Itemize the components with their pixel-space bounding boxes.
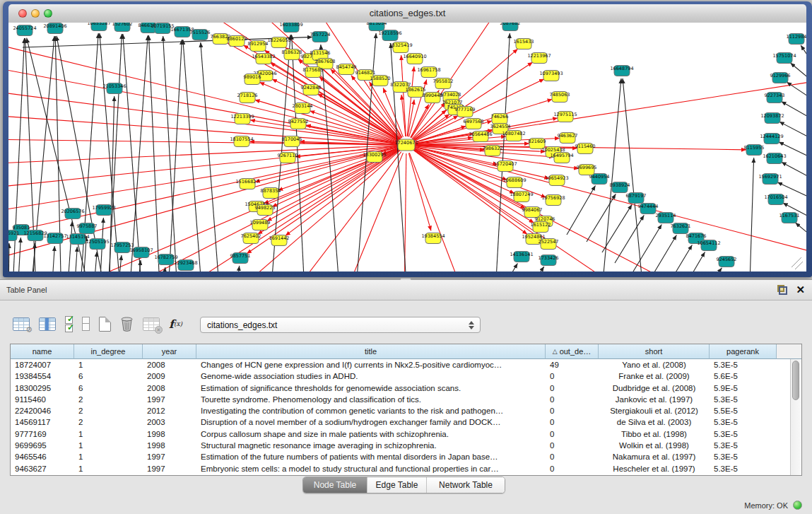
zoom-window-button[interactable] xyxy=(44,9,52,18)
table-row[interactable]: 1872400712008Changes of HCN gene express… xyxy=(11,359,801,370)
black-edge[interactable] xyxy=(749,158,754,271)
red-edge[interactable] xyxy=(414,149,715,271)
node-label: 10973493 xyxy=(539,71,563,76)
black-edge[interactable] xyxy=(795,223,806,238)
node-label: 1588520 xyxy=(370,76,391,81)
cell-pagerank: 5.3E-5 xyxy=(710,440,777,451)
column-header-out_degree[interactable]: △out_de… xyxy=(546,344,599,359)
table-row[interactable]: 1830029562008Estimation of significance … xyxy=(11,382,801,394)
node-label: 12923468 xyxy=(174,260,197,266)
create-column-icon[interactable] xyxy=(99,317,111,332)
black-edge[interactable] xyxy=(32,243,35,271)
black-edge[interactable] xyxy=(623,78,645,271)
delete-table-icon[interactable]: ✕ xyxy=(143,317,160,331)
red-edge[interactable] xyxy=(270,63,399,141)
black-edge[interactable] xyxy=(694,268,722,271)
black-edge[interactable] xyxy=(66,221,72,271)
minimize-window-button[interactable] xyxy=(31,9,40,18)
red-edge[interactable] xyxy=(8,147,398,263)
black-edge[interactable] xyxy=(801,45,806,65)
table-row[interactable]: 2242004622012Investigating the contribut… xyxy=(11,405,801,416)
tab-node-table[interactable]: Node Table xyxy=(303,477,367,493)
red-edge[interactable] xyxy=(408,153,431,231)
table-header-row: namein_degreeyeartitle△out_de…shortpager… xyxy=(11,344,801,359)
black-edge[interactable] xyxy=(73,247,77,271)
tab-network-table[interactable]: Network Table xyxy=(426,477,505,493)
column-header-title[interactable]: title xyxy=(196,344,546,359)
table-scrollbar[interactable] xyxy=(790,359,801,475)
black-edge[interactable] xyxy=(790,63,806,83)
select-columns-icon[interactable] xyxy=(39,317,56,331)
table-row[interactable]: 946554611997Estimation of the future num… xyxy=(11,451,801,462)
show-hide-columns-icon[interactable] xyxy=(65,316,73,332)
table-source-select[interactable]: citations_edges.txt xyxy=(200,317,481,333)
delete-column-icon[interactable] xyxy=(120,317,134,332)
network-window-titlebar[interactable]: citations_edges.txt xyxy=(8,4,806,23)
node-label: 7986322 xyxy=(483,146,503,151)
black-edge[interactable] xyxy=(495,263,517,271)
node-label: 9463627 xyxy=(558,133,578,139)
black-edge[interactable] xyxy=(602,204,632,252)
cell-in_degree: 6 xyxy=(74,382,143,394)
column-header-short[interactable]: short xyxy=(599,344,710,359)
black-edge[interactable] xyxy=(782,162,806,180)
node-label: 2718126 xyxy=(237,93,258,98)
close-panel-icon[interactable]: ✕ xyxy=(796,285,805,295)
float-panel-icon[interactable] xyxy=(777,285,787,295)
black-edge[interactable] xyxy=(677,252,705,271)
table-row[interactable]: 946362711997Embryonic stem cells: a mode… xyxy=(11,463,801,474)
black-edge[interactable] xyxy=(587,194,616,242)
cell-title: Changes of HCN gene expression and I(f) … xyxy=(196,359,546,370)
panel-title: Table Panel xyxy=(6,280,47,300)
black-edge[interactable] xyxy=(201,42,220,271)
table-settings-icon[interactable]: ⚙ xyxy=(13,317,30,331)
node-label: 9120746 xyxy=(535,216,555,222)
black-edge[interactable] xyxy=(136,260,141,271)
red-edge[interactable] xyxy=(284,152,401,271)
cell-title: Structural magnetic resonance image aver… xyxy=(196,440,546,451)
node-label: 2087682 xyxy=(500,23,521,26)
scrollbar-thumb[interactable] xyxy=(792,361,799,400)
node-label: 2522547 xyxy=(539,239,559,245)
node-label: 8427552 xyxy=(288,119,309,124)
black-edge[interactable] xyxy=(8,243,9,271)
select-stepper-icon xyxy=(466,321,480,329)
black-edge[interactable] xyxy=(93,252,97,271)
function-builder-icon[interactable]: f(x) xyxy=(169,317,182,331)
node-label: 12505195 xyxy=(86,239,109,245)
black-edge[interactable] xyxy=(782,101,806,120)
close-window-button[interactable] xyxy=(18,9,27,18)
black-edge[interactable] xyxy=(51,246,54,271)
cell-in_degree: 2 xyxy=(74,394,143,405)
table-row[interactable]: 1456911722003Disruption of a novel membe… xyxy=(11,416,801,428)
network-canvas[interactable]: 2405572420891406106532871527602846616010… xyxy=(8,23,806,271)
column-header-pagerank[interactable]: pagerank xyxy=(710,344,777,359)
cell-in_degree: 1 xyxy=(74,451,143,462)
black-edge[interactable] xyxy=(17,238,20,271)
table-body: 1872400712008Changes of HCN gene express… xyxy=(11,359,801,474)
red-edge[interactable] xyxy=(383,88,403,137)
column-header-year[interactable]: year xyxy=(143,344,196,359)
black-edge[interactable] xyxy=(519,267,544,271)
red-edge[interactable] xyxy=(407,66,414,136)
cell-pagerank: 5.3E-5 xyxy=(710,359,777,370)
column-header-name[interactable]: name xyxy=(11,344,74,359)
node-label: 7485063 xyxy=(550,92,570,98)
column-header-in_degree[interactable]: in_degree xyxy=(74,344,143,359)
table-row[interactable]: 911546021997Tourette syndrome. Phenomeno… xyxy=(11,394,801,405)
black-edge[interactable] xyxy=(567,186,595,235)
node-label: 19654923 xyxy=(545,175,568,181)
table-row[interactable]: 1938455462009Genome-wide association stu… xyxy=(11,370,801,382)
memory-status-indicator[interactable] xyxy=(793,501,802,510)
black-edge[interactable] xyxy=(183,40,203,271)
table-row[interactable]: 977716911998Corpus callosum shape and si… xyxy=(11,428,801,440)
network-window-title: citations_edges.txt xyxy=(8,4,806,23)
node-label: 935081 xyxy=(13,225,30,230)
row-height-icon[interactable] xyxy=(82,317,90,331)
cell-out_degree: 0 xyxy=(546,428,599,440)
table-row[interactable]: 969969511998Structural magnetic resonanc… xyxy=(11,440,801,451)
black-edge[interactable] xyxy=(235,266,240,271)
red-edge[interactable] xyxy=(409,153,468,271)
black-edge[interactable] xyxy=(148,35,160,271)
tab-edge-table[interactable]: Edge Table xyxy=(367,477,426,493)
